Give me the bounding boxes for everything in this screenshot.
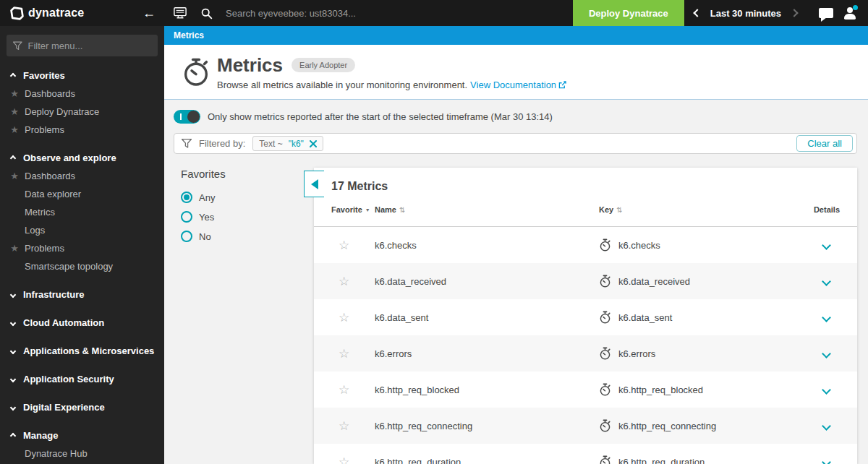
table-row[interactable]: ☆ k6.checks k6.checks [314, 227, 857, 263]
details-cell [789, 423, 840, 429]
favorite-star-icon[interactable]: ☆ [331, 310, 375, 325]
favorites-option-no[interactable]: No [181, 231, 314, 242]
column-details: Details [789, 205, 840, 214]
radio-label: No [199, 231, 211, 242]
section-label: Infrastructure [23, 289, 85, 300]
metric-name: k6.data_received [375, 276, 599, 287]
sidebar-section-cloud-automation[interactable]: Cloud Automation [0, 314, 164, 332]
sidebar-item-metrics[interactable]: Metrics [0, 203, 164, 221]
sidebar-collapse-icon[interactable]: ← [142, 7, 156, 20]
details-cell [789, 278, 840, 285]
table-row[interactable]: ☆ k6.http_req_blocked k6.http_req_blocke… [314, 371, 857, 408]
column-details-label: Details [814, 205, 840, 214]
sidebar-filter-input[interactable] [28, 40, 152, 51]
table-row[interactable]: ☆ k6.errors k6.errors [314, 335, 857, 371]
expand-details-icon[interactable] [822, 385, 831, 395]
filter-chip[interactable]: Text ~ "k6" [252, 136, 323, 151]
chat-icon[interactable] [819, 8, 833, 18]
table-row[interactable]: ☆ k6.http_req_connecting k6.http_req_con… [314, 408, 857, 444]
metric-name: k6.checks [375, 240, 599, 251]
table-row[interactable]: ☆ k6.http_req_duration k6.http_req_durat… [314, 444, 857, 464]
section-label: Application Security [23, 374, 114, 384]
favorite-star-icon[interactable]: ☆ [331, 274, 375, 289]
nav-item-label: Smartscape topology [25, 261, 113, 272]
section-chevron-icon [10, 291, 16, 297]
sidebar-item-problems[interactable]: ★ Problems [0, 121, 164, 139]
view-documentation-link[interactable]: View Documentation [470, 80, 566, 90]
expand-details-icon[interactable] [822, 313, 831, 322]
stopwatch-icon [181, 57, 211, 87]
radio-icon[interactable] [181, 211, 192, 223]
metric-name: k6.http_req_duration [375, 457, 599, 464]
stopwatch-icon [599, 455, 611, 464]
sidebar-section-favorites[interactable]: Favorites [0, 66, 164, 85]
section-chevron-icon [10, 348, 16, 353]
stopwatch-icon [599, 275, 611, 288]
section-chevron-icon [10, 319, 16, 325]
favorite-star-icon[interactable]: ☆ [331, 346, 375, 361]
favorite-star-icon[interactable]: ☆ [331, 382, 375, 398]
sidebar-section-manage[interactable]: Manage [0, 426, 164, 444]
metrics-table-body: ☆ k6.checks k6.checks ☆ k6.data_received [314, 227, 857, 464]
sidebar-item-problems[interactable]: ★ Problems [0, 239, 164, 257]
nav-item-label: Dynatrace Hub [25, 448, 88, 459]
sidebar-section-applications-microservices[interactable]: Applications & Microservices [0, 342, 164, 360]
chip-close-icon[interactable] [310, 140, 317, 147]
expand-details-icon[interactable] [822, 241, 831, 250]
section-chevron-icon [10, 72, 16, 78]
timeframe-toggle[interactable] [174, 110, 200, 124]
sidebar-item-data-explorer[interactable]: Data explorer [0, 185, 164, 203]
radio-icon[interactable] [181, 231, 192, 242]
sidebar-section-application-security[interactable]: Application Security [0, 370, 164, 388]
favorites-option-any[interactable]: Any [181, 192, 314, 203]
metric-key-cell: k6.data_received [599, 275, 789, 288]
sidebar-section-digital-experience[interactable]: Digital Experience [0, 398, 164, 416]
column-key[interactable]: Key ⇅ [599, 205, 789, 214]
stopwatch-icon [599, 239, 611, 252]
clear-all-button[interactable]: Clear all [796, 135, 853, 152]
search-icon[interactable] [200, 7, 213, 20]
timeframe-label[interactable]: Last 30 minutes [710, 8, 781, 19]
column-name[interactable]: Name ⇅ [375, 205, 599, 214]
collapse-facets-button[interactable] [304, 171, 324, 197]
favorites-filter-title: Favorites [181, 168, 314, 180]
expand-details-icon[interactable] [822, 349, 831, 358]
favorite-star-icon[interactable]: ☆ [331, 455, 375, 464]
timeframe-next-icon[interactable] [790, 9, 798, 17]
column-favorite[interactable]: Favorite ▼ [331, 205, 375, 214]
metrics-count-title: 17 Metrics [314, 168, 857, 193]
user-profile-icon[interactable] [843, 7, 856, 19]
favorite-star-icon[interactable]: ☆ [331, 238, 375, 253]
sidebar-item-logs[interactable]: Logs [0, 221, 164, 239]
sidebar-item-deploy-dynatrace[interactable]: ★ Deploy Dynatrace [0, 103, 164, 121]
global-search-input[interactable] [226, 8, 457, 19]
timeframe-prev-icon[interactable] [693, 9, 701, 17]
doc-link-text: View Documentation [470, 80, 556, 90]
sidebar-section-infrastructure[interactable]: Infrastructure [0, 285, 164, 304]
expand-details-icon[interactable] [822, 277, 831, 286]
sidebar-item-dashboards[interactable]: ★ Dashboards [0, 167, 164, 185]
table-row[interactable]: ☆ k6.data_sent k6.data_sent [314, 299, 857, 335]
expand-details-icon[interactable] [822, 421, 831, 431]
section-label: Favorites [23, 70, 65, 81]
metric-name: k6.http_req_connecting [375, 421, 599, 431]
sidebar-section-observe-and-explore[interactable]: Observe and explore [0, 149, 164, 167]
favorites-filter-panel: Favorites Any Yes No [174, 168, 314, 464]
sidebar-item-dynatrace-hub[interactable]: Dynatrace Hub [0, 444, 164, 463]
sidebar-item-dashboards[interactable]: ★ Dashboards [0, 85, 164, 103]
metric-key-cell: k6.data_sent [599, 311, 789, 324]
table-row[interactable]: ☆ k6.data_received k6.data_received [314, 263, 857, 299]
expand-details-icon[interactable] [822, 457, 831, 464]
display-icon[interactable] [173, 7, 187, 20]
stopwatch-icon [599, 383, 611, 396]
table-header: Favorite ▼ Name ⇅ Key ⇅ [314, 193, 857, 227]
favorite-star-icon[interactable]: ☆ [331, 418, 375, 434]
app-shell: Favorites ★ Dashboards ★ Deploy Dynatrac… [0, 26, 868, 464]
sidebar-filter [7, 35, 158, 56]
sidebar-item-smartscape-topology[interactable]: Smartscape topology [0, 257, 164, 275]
dynatrace-logo[interactable]: dynatrace [10, 7, 84, 20]
deploy-dynatrace-button[interactable]: Deploy Dynatrace [573, 0, 684, 26]
metric-key: k6.http_req_connecting [618, 421, 716, 431]
radio-icon[interactable] [181, 192, 192, 203]
favorites-option-yes[interactable]: Yes [181, 211, 314, 223]
